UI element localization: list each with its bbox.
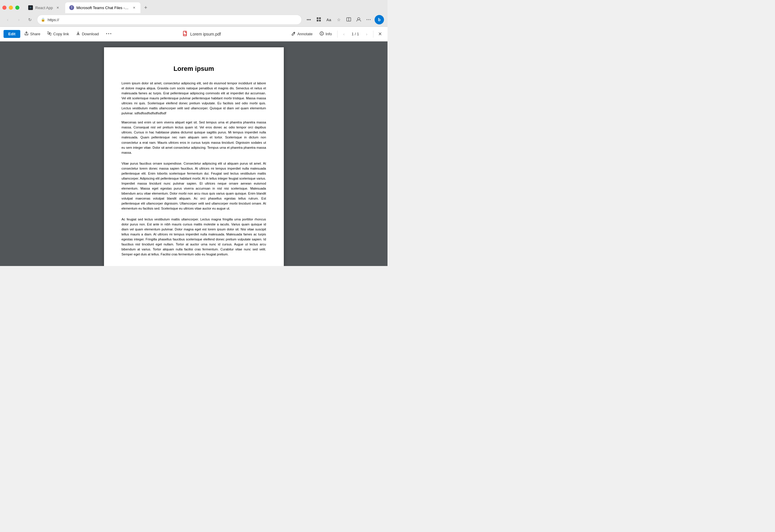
window-controls [2, 6, 19, 10]
browser-more-button[interactable]: ··· [364, 16, 373, 24]
more-options-icon: ··· [106, 31, 112, 37]
refresh-button[interactable]: ↻ [26, 16, 34, 24]
pdf-title: Lorem ipsum [122, 65, 266, 73]
download-label: Download [82, 32, 99, 36]
window-minimize-button[interactable] [9, 6, 13, 10]
pdf-navigation: ‹ 1 / 1 › [340, 30, 371, 38]
tab-teams[interactable]: T Microsoft Teams Chat Files - C... ✕ [65, 2, 140, 13]
tab-label-teams: Microsoft Teams Chat Files - C... [76, 6, 129, 10]
pdf-filename-area: PDF Lorem ipsum.pdf [116, 31, 287, 37]
annotate-icon [291, 31, 295, 36]
prev-page-button[interactable]: ‹ [340, 30, 348, 38]
svg-point-14 [321, 32, 322, 33]
extensions-icon [316, 17, 321, 23]
page-info: 1 / 1 [349, 32, 361, 36]
browser-toolbar-right: ••• Aa ☆ [305, 15, 384, 24]
info-label: Info [325, 32, 332, 36]
svg-rect-4 [317, 20, 318, 21]
share-label: Share [30, 32, 41, 36]
reader-icon: Aa [326, 18, 331, 22]
edit-button[interactable]: Edit [4, 30, 20, 38]
tab-favicon-react: ⚛ [28, 5, 33, 10]
tab-close-teams[interactable]: ✕ [132, 5, 136, 10]
toolbar-divider-1 [337, 31, 337, 38]
pdf-paragraph-4: Ac feugiat sed lectus vestibulum mattis … [122, 217, 266, 257]
dots-icon: ··· [366, 17, 371, 22]
pdf-toolbar: Edit Share Copy link Download ··· PDF Lo… [0, 27, 388, 41]
pdf-file-icon: PDF [183, 31, 188, 37]
forward-button[interactable]: › [15, 16, 23, 24]
page-current: 1 [352, 32, 354, 36]
pdf-paragraph-2: Maecenas sed enim ut sem viverra aliquet… [122, 120, 266, 155]
more-tools-button[interactable]: ••• [305, 16, 313, 24]
annotate-label: Annotate [297, 32, 312, 36]
url-text: https:// [48, 18, 298, 22]
next-page-button[interactable]: › [362, 30, 371, 38]
link-icon [47, 31, 51, 36]
copy-link-button[interactable]: Copy link [44, 30, 72, 38]
tab-react-app[interactable]: ⚛ React App ✕ [24, 2, 64, 13]
pdf-close-button[interactable]: ✕ [376, 30, 384, 38]
back-button[interactable]: ‹ [4, 16, 12, 24]
split-screen-button[interactable] [344, 16, 353, 24]
bing-icon: b [378, 17, 381, 22]
share-button[interactable]: Share [21, 30, 43, 38]
svg-rect-2 [317, 17, 318, 19]
info-button[interactable]: Info [317, 30, 335, 38]
annotate-button[interactable]: Annotate [288, 30, 315, 38]
next-page-icon: › [366, 32, 367, 36]
pdf-page: Lorem ipsum Lorem ipsum dolor sit amet, … [104, 47, 284, 266]
page-separator: / [355, 32, 357, 36]
pdf-paragraph-3: Vitae purus faucibus ornare suspendisse.… [122, 161, 266, 211]
url-bar[interactable]: 🔒 https:// [37, 15, 302, 25]
more-tools-icon: ••• [307, 17, 311, 22]
download-icon [76, 31, 80, 36]
svg-text:PDF: PDF [184, 34, 186, 36]
refresh-icon: ↻ [28, 17, 32, 22]
download-button[interactable]: Download [73, 30, 102, 38]
prev-page-icon: ‹ [343, 32, 344, 36]
split-icon [346, 17, 351, 23]
reader-view-button[interactable]: Aa [324, 16, 333, 24]
info-icon [319, 31, 324, 36]
extensions-button[interactable] [315, 16, 323, 24]
pdf-paragraph-1: Lorem ipsum dolor sit amet, consectetur … [122, 81, 266, 116]
star-icon: ☆ [337, 17, 341, 22]
pdf-content-area[interactable]: Lorem ipsum Lorem ipsum dolor sit amet, … [0, 41, 388, 266]
new-tab-button[interactable]: + [142, 4, 150, 12]
back-icon: ‹ [7, 17, 9, 22]
svg-text:T: T [71, 6, 73, 9]
more-options-button[interactable]: ··· [103, 29, 115, 39]
close-icon: ✕ [378, 31, 382, 37]
toolbar-divider-2 [373, 31, 373, 38]
window-maximize-button[interactable] [15, 6, 19, 10]
profile-icon [356, 17, 361, 23]
tab-label-react: React App [35, 6, 53, 10]
page-total: 1 [357, 32, 359, 36]
copy-link-label: Copy link [53, 32, 69, 36]
share-icon [24, 31, 28, 36]
tab-bar: ⚛ React App ✕ T Microsoft Teams Chat Fil… [0, 0, 388, 13]
bing-button[interactable]: b [374, 15, 384, 24]
favorites-button[interactable]: ☆ [334, 16, 343, 24]
lock-icon: 🔒 [41, 18, 45, 22]
address-bar: ‹ › ↻ 🔒 https:// ••• Aa ☆ [0, 13, 388, 26]
svg-rect-3 [319, 17, 321, 19]
forward-icon: › [18, 17, 20, 22]
profiles-button[interactable] [354, 16, 363, 24]
window-close-button[interactable] [2, 6, 6, 10]
tab-close-react[interactable]: ✕ [55, 5, 60, 10]
tab-favicon-teams: T [69, 5, 74, 10]
svg-rect-5 [319, 20, 321, 21]
pdf-filename: Lorem ipsum.pdf [190, 32, 221, 36]
